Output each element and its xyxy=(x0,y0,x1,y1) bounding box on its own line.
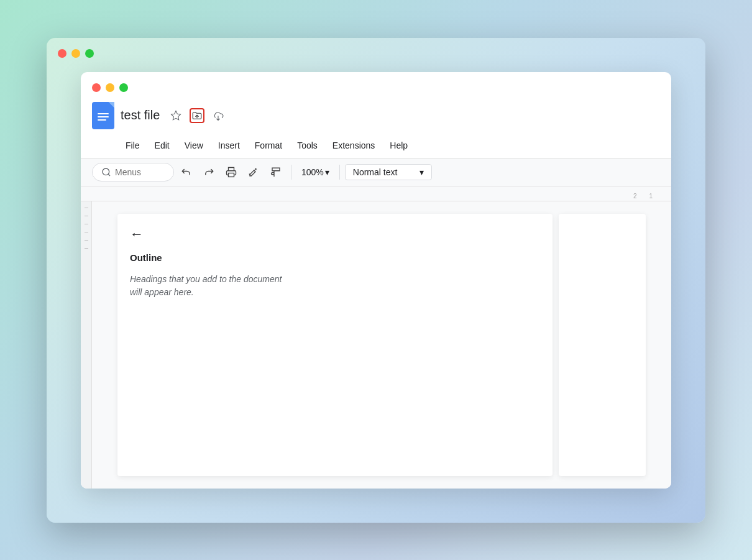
outline-panel: ← Outline Headings that you add to the d… xyxy=(117,214,553,476)
menu-bar: File Edit View Insert Format Tools Exten… xyxy=(81,135,671,158)
app-window: test file File Edi xyxy=(81,72,671,489)
toolbar-separator xyxy=(291,165,291,180)
page-area[interactable]: ← Outline Headings that you add to the d… xyxy=(92,201,671,489)
doc-icon-line xyxy=(98,119,106,121)
app-traffic-lights xyxy=(81,72,671,98)
doc-area: 2 1 xyxy=(81,186,671,489)
menu-help[interactable]: Help xyxy=(383,138,414,153)
move-to-folder-icon[interactable] xyxy=(190,108,204,123)
paint-format-button[interactable] xyxy=(266,162,286,182)
left-ruler-mark xyxy=(85,216,88,216)
back-arrow-button[interactable]: ← xyxy=(130,226,144,242)
outline-description: Headings that you add to the documentwil… xyxy=(130,273,540,299)
print-button[interactable] xyxy=(221,162,241,182)
ruler-mark-2: 2 xyxy=(633,193,637,200)
undo-icon xyxy=(181,167,192,178)
ruler-mark-1: 1 xyxy=(649,193,653,200)
spellcheck-icon: A xyxy=(248,167,259,178)
os-close-button[interactable] xyxy=(58,49,66,58)
toolbar: A 100% ▾ Normal text ▾ xyxy=(81,158,671,186)
menu-insert[interactable]: Insert xyxy=(212,138,246,153)
text-style-label: Normal text xyxy=(353,167,398,177)
redo-icon xyxy=(203,167,214,178)
search-input[interactable] xyxy=(115,167,165,177)
left-ruler-mark xyxy=(85,208,88,208)
app-maximize-button[interactable] xyxy=(119,83,128,92)
right-page-stub xyxy=(559,214,646,476)
left-ruler-mark xyxy=(85,240,88,241)
search-box[interactable] xyxy=(92,163,174,181)
app-close-button[interactable] xyxy=(92,83,101,92)
left-ruler-mark xyxy=(85,248,88,249)
text-style-chevron: ▾ xyxy=(420,167,424,177)
spellcheck-button[interactable]: A xyxy=(244,162,264,182)
menu-file[interactable]: File xyxy=(119,138,146,153)
undo-button[interactable] xyxy=(177,162,196,182)
os-window-traffic-lights xyxy=(58,49,94,58)
svg-rect-2 xyxy=(229,173,234,177)
cloud-save-icon[interactable] xyxy=(211,108,226,123)
menu-view[interactable]: View xyxy=(178,138,209,153)
search-icon xyxy=(101,167,111,177)
star-icon[interactable] xyxy=(168,108,183,123)
zoom-value: 100% xyxy=(301,167,324,177)
outline-title: Outline xyxy=(130,252,540,263)
redo-button[interactable] xyxy=(199,162,219,182)
os-minimize-button[interactable] xyxy=(71,49,80,58)
paint-format-icon xyxy=(270,167,282,178)
svg-point-1 xyxy=(103,168,109,175)
left-ruler-marks xyxy=(81,208,91,249)
text-style-control[interactable]: Normal text ▾ xyxy=(345,164,432,180)
left-ruler-mark xyxy=(85,232,88,232)
svg-marker-0 xyxy=(172,111,181,119)
doc-icon-lines xyxy=(98,113,109,121)
ruler: 2 1 xyxy=(81,186,671,201)
title-bar: test file xyxy=(81,98,671,135)
left-ruler xyxy=(81,201,92,489)
menu-format[interactable]: Format xyxy=(249,138,288,153)
doc-icon xyxy=(92,102,114,129)
menu-edit[interactable]: Edit xyxy=(149,138,176,153)
doc-icon-line xyxy=(98,113,109,114)
os-window: test file File Edi xyxy=(47,38,705,523)
outline-description-text: Headings that you add to the documentwil… xyxy=(130,274,282,297)
doc-title: test file xyxy=(121,108,160,122)
app-minimize-button[interactable] xyxy=(106,83,114,92)
os-maximize-button[interactable] xyxy=(85,49,94,58)
zoom-control[interactable]: 100% ▾ xyxy=(296,165,334,180)
zoom-chevron: ▾ xyxy=(325,167,329,177)
left-ruler-mark xyxy=(85,224,88,224)
print-icon xyxy=(226,167,237,178)
menu-extensions[interactable]: Extensions xyxy=(326,138,381,153)
doc-icon-line xyxy=(98,116,109,117)
content-area: ← Outline Headings that you add to the d… xyxy=(81,201,671,489)
menu-tools[interactable]: Tools xyxy=(291,138,324,153)
svg-text:A: A xyxy=(255,167,257,171)
toolbar-separator-2 xyxy=(339,165,340,180)
